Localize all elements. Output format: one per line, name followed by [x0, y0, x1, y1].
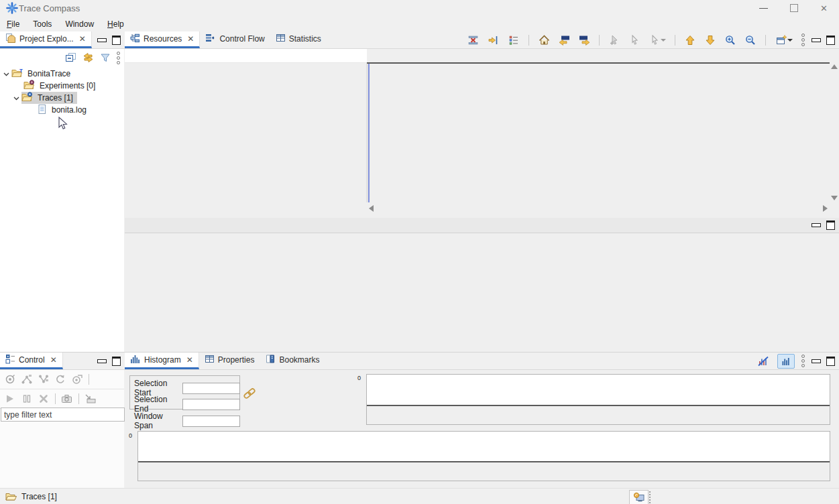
- zoom-in-icon[interactable]: [723, 33, 738, 48]
- window-maximize-button[interactable]: [779, 0, 809, 16]
- menu-file[interactable]: File: [0, 17, 26, 31]
- pause-trace-icon[interactable]: [19, 391, 34, 406]
- selection-start-input[interactable]: [182, 383, 240, 394]
- tab-bookmarks[interactable]: Bookmarks: [260, 353, 325, 369]
- menu-help[interactable]: Help: [101, 17, 131, 31]
- scroll-down-icon[interactable]: [831, 196, 838, 200]
- new-view-icon[interactable]: [773, 33, 795, 48]
- maximize-view-button[interactable]: [112, 36, 121, 45]
- remove-connection-icon[interactable]: [70, 372, 85, 387]
- select-previous-state-change-icon[interactable]: [557, 33, 571, 48]
- filter-icon[interactable]: [98, 50, 113, 65]
- minimize-view-button[interactable]: [812, 223, 821, 227]
- view-menu-icon[interactable]: [800, 355, 806, 367]
- close-icon[interactable]: ✕: [186, 356, 193, 364]
- toolbar-separator: [78, 393, 79, 404]
- time-range-histogram[interactable]: [366, 374, 830, 425]
- chevron-down-icon[interactable]: [13, 95, 19, 101]
- statusbar-grip-handle[interactable]: [649, 491, 651, 503]
- histogram-icon: [130, 354, 141, 366]
- tab-control-flow[interactable]: Control Flow: [200, 32, 270, 48]
- control-view-icon: [5, 354, 15, 366]
- close-icon[interactable]: ✕: [187, 35, 194, 43]
- move-up-icon[interactable]: [683, 33, 697, 48]
- maximize-view-button[interactable]: [112, 357, 121, 366]
- editor-panel-buttons: [812, 220, 839, 230]
- hide-empty-rows-icon[interactable]: [466, 33, 481, 48]
- tree-item-bonita-log[interactable]: bonita.log: [0, 104, 124, 116]
- tab-properties[interactable]: Properties: [199, 353, 260, 369]
- close-icon[interactable]: ✕: [50, 356, 57, 364]
- previous-marker-icon[interactable]: [627, 33, 642, 48]
- control-filter-input[interactable]: [1, 407, 125, 422]
- snapshot-icon[interactable]: [60, 391, 74, 406]
- dropdown-arrow-icon[interactable]: [661, 39, 666, 42]
- new-connection-icon[interactable]: [3, 372, 17, 387]
- window-close-button[interactable]: ✕: [809, 0, 839, 16]
- tree-item-label: Experiments [0]: [38, 80, 97, 91]
- start-trace-icon[interactable]: [3, 391, 17, 406]
- maximize-view-button[interactable]: [826, 357, 835, 366]
- chevron-down-icon[interactable]: [3, 71, 9, 77]
- trace-compass-window: Trace Compass ✕ File Tools Window Help P…: [0, 0, 839, 504]
- refresh-icon[interactable]: [53, 372, 68, 387]
- horizontal-scrollbar[interactable]: [367, 203, 830, 213]
- scroll-left-icon[interactable]: [369, 205, 374, 212]
- view-menu-icon[interactable]: [800, 34, 806, 46]
- scroll-right-icon[interactable]: [823, 205, 828, 212]
- histogram-tabbar: Histogram ✕ Properties: [125, 353, 839, 370]
- project-explorer-toolbar: [63, 50, 121, 65]
- tab-label: Statistics: [289, 34, 321, 44]
- reset-time-scale-home-icon[interactable]: [537, 33, 551, 48]
- menu-window[interactable]: Window: [58, 17, 101, 31]
- background-jobs-button[interactable]: [629, 490, 649, 504]
- trace-compass-logo-icon: [6, 2, 18, 16]
- full-range-histogram[interactable]: [137, 431, 830, 481]
- disconnect-icon[interactable]: [36, 372, 51, 387]
- maximize-view-button[interactable]: [826, 220, 835, 230]
- hide-lost-events-icon[interactable]: [754, 354, 772, 369]
- show-legend-icon[interactable]: [506, 33, 521, 48]
- link-with-editor-icon[interactable]: [80, 50, 95, 65]
- stop-trace-icon[interactable]: [36, 391, 51, 406]
- link-selection-icon[interactable]: [243, 387, 256, 402]
- tree-item-traces[interactable]: Traces [1]: [0, 92, 124, 104]
- minimize-view-button[interactable]: [812, 359, 821, 363]
- minimize-view-button[interactable]: [97, 38, 107, 42]
- zoom-out-icon[interactable]: [743, 33, 758, 48]
- next-marker-icon[interactable]: [647, 33, 667, 48]
- maximize-view-button[interactable]: [826, 36, 835, 45]
- collapse-all-icon[interactable]: [63, 50, 78, 65]
- add-bookmark-icon[interactable]: [607, 33, 622, 48]
- tab-histogram[interactable]: Histogram ✕: [125, 353, 199, 369]
- toolbar-separator: [528, 35, 529, 46]
- vertical-scrollbar[interactable]: [830, 62, 839, 202]
- dropdown-arrow-icon[interactable]: [787, 39, 793, 42]
- tab-label: Project Explo...: [19, 34, 74, 44]
- tab-resources[interactable]: Resources ✕: [125, 32, 200, 48]
- close-icon[interactable]: ✕: [79, 35, 86, 43]
- tree-item-experiments[interactable]: Experiments [0]: [0, 80, 124, 92]
- move-down-icon[interactable]: [703, 33, 718, 48]
- view-menu-icon[interactable]: [115, 52, 121, 64]
- time-range-histogram-plot: [367, 375, 830, 406]
- next-event-icon[interactable]: [486, 33, 501, 48]
- window-minimize-button[interactable]: [748, 0, 779, 16]
- properties-icon: [205, 354, 215, 366]
- selection-end-input[interactable]: [182, 399, 240, 410]
- tab-project-explorer[interactable]: Project Explo... ✕: [0, 32, 92, 48]
- connect-icon[interactable]: [19, 372, 34, 387]
- menu-tools[interactable]: Tools: [26, 17, 58, 31]
- show-traces-icon[interactable]: [777, 354, 795, 369]
- import-icon[interactable]: [83, 391, 98, 406]
- tab-label: Histogram: [144, 355, 181, 365]
- tab-control[interactable]: Control ✕: [0, 353, 63, 369]
- minimize-view-button[interactable]: [97, 359, 107, 363]
- window-span-input[interactable]: [182, 416, 240, 427]
- select-next-state-change-icon[interactable]: [577, 33, 592, 48]
- tab-statistics[interactable]: Statistics: [270, 32, 327, 48]
- minimize-view-button[interactable]: [812, 38, 821, 42]
- project-explorer-icon: [5, 33, 16, 46]
- tree-item-bonitatrace[interactable]: T BonitaTrace: [0, 68, 124, 80]
- scroll-up-icon[interactable]: [831, 64, 838, 69]
